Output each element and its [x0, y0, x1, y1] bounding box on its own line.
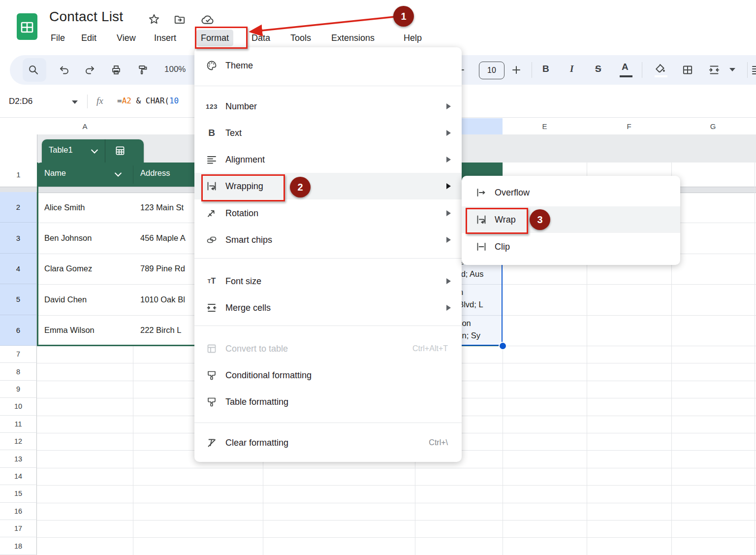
row-header-3[interactable]: 3: [0, 223, 37, 253]
increase-font-size-icon[interactable]: [510, 64, 522, 76]
submenu-arrow-icon: [446, 237, 451, 243]
row-header-4[interactable]: 4: [0, 254, 37, 284]
paint-brush-icon: [205, 395, 218, 408]
menu-file[interactable]: File: [51, 30, 65, 46]
undo-icon[interactable]: [58, 64, 70, 76]
menu-item-clear-formatting[interactable]: Clear formatting Ctrl+\: [194, 429, 462, 456]
strikethrough-button[interactable]: S: [595, 64, 601, 74]
row-header-10[interactable]: 10: [0, 398, 37, 415]
table-header-name[interactable]: Name: [44, 168, 66, 178]
row-header-11[interactable]: 11: [0, 416, 37, 433]
font-size-input[interactable]: 10: [479, 62, 504, 79]
formula-bar-divider: [87, 95, 88, 108]
menu-item-conditional-formatting[interactable]: Conditional formatting: [194, 362, 462, 389]
cell-address-row6[interactable]: 222 Birch L: [140, 315, 181, 346]
cell-address-row3[interactable]: 456 Maple A: [140, 223, 186, 253]
search-icon[interactable]: [28, 64, 39, 76]
text-color-button[interactable]: A: [622, 62, 629, 72]
row-header-14[interactable]: 14: [0, 468, 37, 485]
row-header-16[interactable]: 16: [0, 503, 37, 520]
column-header-a[interactable]: A: [37, 118, 133, 135]
cloud-saved-icon[interactable]: [201, 13, 215, 27]
bold-button[interactable]: B: [542, 64, 549, 74]
row-header-7[interactable]: 7: [0, 346, 37, 363]
menu-view[interactable]: View: [117, 30, 136, 46]
table-header-address[interactable]: Address: [140, 168, 170, 178]
select-all-corner[interactable]: [0, 118, 37, 135]
submenu-arrow-icon: [446, 130, 451, 136]
cell-name-row6[interactable]: Emma Wilson: [44, 315, 94, 346]
cell-address-row5[interactable]: 1010 Oak Bl: [140, 284, 185, 315]
submenu-item-label: Overflow: [495, 179, 530, 206]
row-header-2[interactable]: 2: [0, 192, 37, 223]
row-header-13[interactable]: 13: [0, 450, 37, 467]
table-grid-icon[interactable]: [114, 144, 126, 157]
cell-name-row3[interactable]: Ben Johnson: [44, 223, 92, 253]
table-name[interactable]: Table1: [49, 145, 73, 155]
row-header-15[interactable]: 15: [0, 485, 37, 502]
row-header-5[interactable]: 5: [0, 284, 37, 315]
row-header-8[interactable]: 8: [0, 363, 37, 380]
zoom-select[interactable]: 100%: [164, 65, 186, 74]
sheets-app-window: Contact List File Edit View Insert Forma…: [0, 0, 756, 555]
menu-item-theme[interactable]: Theme: [194, 52, 462, 79]
star-icon[interactable]: [148, 13, 160, 26]
menu-edit[interactable]: Edit: [81, 30, 96, 46]
print-icon[interactable]: [110, 64, 122, 76]
cell-name-row2[interactable]: Alice Smith: [44, 192, 85, 223]
column-header-g[interactable]: G: [671, 118, 755, 135]
palette-icon: [205, 59, 218, 72]
menu-item-smart-chips[interactable]: Smart chips: [194, 227, 462, 253]
gridline-h: [37, 468, 756, 468]
table-tab[interactable]: Table1: [42, 139, 144, 163]
annotation-badge-3: 3: [530, 209, 550, 230]
menu-help[interactable]: Help: [404, 30, 422, 46]
bold-b-icon: B: [205, 127, 218, 139]
column-header-e[interactable]: E: [503, 118, 587, 135]
row-header-1[interactable]: 1: [0, 163, 37, 187]
cell-address-row4[interactable]: 789 Pine Rd: [140, 254, 185, 284]
menu-item-number[interactable]: 123 Number: [194, 93, 462, 120]
italic-button[interactable]: I: [570, 64, 573, 74]
borders-icon[interactable]: [681, 64, 694, 76]
cell-name-row4[interactable]: Clara Gomez: [44, 254, 92, 284]
sheets-logo-icon[interactable]: [16, 13, 38, 40]
row-header-18[interactable]: 18: [0, 537, 37, 555]
cell-address-row2[interactable]: 123 Main St: [140, 192, 184, 223]
menu-item-text[interactable]: B Text: [194, 120, 462, 146]
annotation-arrow: [241, 11, 404, 38]
row-header-6[interactable]: 6: [0, 315, 37, 346]
menu-item-alignment[interactable]: Alignment: [194, 146, 462, 173]
menu-item-label: Convert to table: [225, 335, 288, 362]
menu-shortcut: Ctrl+Alt+T: [412, 335, 448, 362]
redo-icon[interactable]: [84, 64, 96, 76]
menu-insert[interactable]: Insert: [154, 30, 176, 46]
submenu-item-overflow[interactable]: Overflow: [462, 179, 680, 206]
merge-cells-icon[interactable]: [708, 64, 721, 76]
move-to-folder-icon[interactable]: [173, 13, 186, 26]
column-header-f[interactable]: F: [587, 118, 672, 135]
cell-name-row5[interactable]: David Chen: [44, 284, 87, 315]
merge-dropdown-caret[interactable]: [729, 68, 735, 71]
row-header-9[interactable]: 9: [0, 381, 37, 398]
row-header-12[interactable]: 12: [0, 433, 37, 450]
chevron-down-icon[interactable]: [115, 172, 122, 177]
row-header-17[interactable]: 17: [0, 520, 37, 537]
submenu-arrow-icon: [446, 210, 451, 216]
submenu-item-clip[interactable]: Clip: [462, 233, 680, 260]
document-title[interactable]: Contact List: [49, 9, 123, 25]
chevron-down-icon[interactable]: [91, 149, 98, 154]
menu-divider: [194, 423, 462, 423]
formula-input[interactable]: =A2 & CHAR(10: [117, 96, 179, 105]
name-box-caret[interactable]: [72, 100, 78, 104]
paint-format-icon[interactable]: [136, 64, 148, 76]
menu-item-font-size[interactable]: TT Font size: [194, 268, 462, 294]
gridline-h: [503, 346, 756, 346]
menu-item-merge-cells[interactable]: Merge cells: [194, 294, 462, 321]
fill-handle[interactable]: [499, 342, 507, 350]
menu-item-table-formatting[interactable]: Table formatting: [194, 389, 462, 415]
name-box[interactable]: D2:D6: [9, 97, 32, 106]
horizontal-align-icon[interactable]: [751, 64, 756, 76]
fill-color-icon[interactable]: [654, 62, 666, 75]
menu-item-rotation[interactable]: Rotation: [194, 200, 462, 227]
